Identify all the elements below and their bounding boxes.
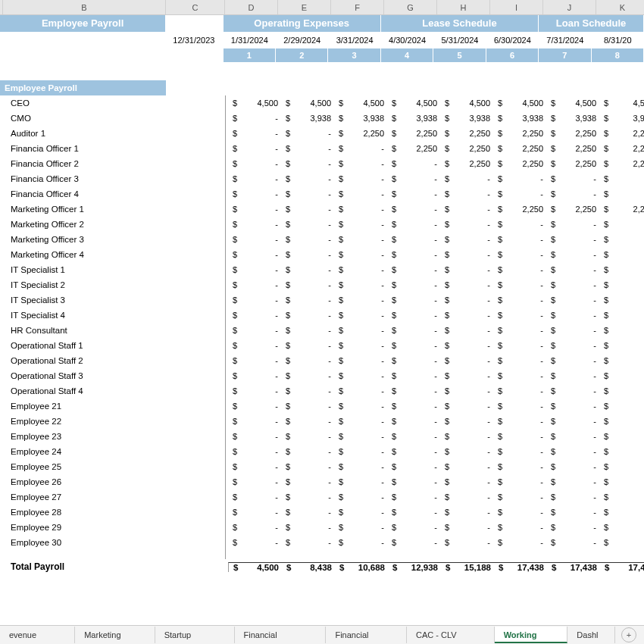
amount-cell[interactable]: $-	[228, 356, 281, 365]
amount-cell[interactable]: $-	[546, 356, 599, 365]
amount-cell[interactable]: $-	[281, 371, 334, 380]
amount-cell[interactable]: $-	[493, 341, 546, 350]
amount-cell[interactable]: $-	[334, 356, 387, 365]
amount-cell[interactable]: $-	[493, 432, 546, 441]
amount-cell[interactable]: $-	[440, 492, 493, 502]
period-cell[interactable]: 5	[433, 48, 486, 62]
amount-cell[interactable]: $4,500	[281, 98, 334, 108]
date-cell[interactable]: 4/30/2024	[381, 32, 433, 48]
amount-cell[interactable]: $-	[599, 447, 644, 456]
amount-cell[interactable]: $-	[228, 144, 281, 153]
date-cell[interactable]: 7/31/2024	[539, 32, 591, 48]
amount-cell[interactable]: $-	[281, 402, 334, 411]
amount-cell[interactable]: $2,250	[493, 205, 546, 214]
amount-cell[interactable]: $-	[228, 386, 281, 395]
amount-cell[interactable]: $3,938	[440, 114, 493, 123]
amount-cell[interactable]: $-	[228, 538, 281, 547]
amount-cell[interactable]: $-	[334, 235, 387, 244]
sheet-tab[interactable]: Financial Statements	[235, 627, 327, 643]
amount-cell[interactable]: $-	[334, 492, 387, 502]
amount-cell[interactable]: $-	[387, 432, 440, 441]
amount-cell[interactable]: $-	[334, 250, 387, 259]
amount-cell[interactable]: $2,250	[546, 205, 599, 214]
add-sheet-button[interactable]: +	[621, 627, 636, 642]
table-row[interactable]: Financia Officer 2$-$-$-$-$2,250$2,250$2…	[0, 156, 644, 171]
amount-cell[interactable]: $3,938	[281, 114, 334, 123]
amount-cell[interactable]: $-	[599, 371, 644, 380]
amount-cell[interactable]: $3,938	[334, 114, 387, 123]
amount-cell[interactable]: $-	[440, 174, 493, 183]
amount-cell[interactable]: $-	[387, 280, 440, 289]
table-row[interactable]: Employee 28$-$-$-$-$-$-$-$-	[0, 505, 644, 520]
amount-cell[interactable]: $-	[546, 386, 599, 395]
amount-cell[interactable]: $-	[387, 492, 440, 502]
amount-cell[interactable]: $2,250	[546, 144, 599, 153]
col-header-i[interactable]: I	[490, 0, 543, 14]
amount-cell[interactable]: $4,500	[493, 98, 546, 108]
amount-cell[interactable]: $4,500	[440, 98, 493, 108]
amount-cell[interactable]: $-	[440, 371, 493, 380]
total-amount-cell[interactable]: $4,500	[229, 563, 282, 572]
period-cell[interactable]: 2	[276, 48, 328, 62]
amount-cell[interactable]: $-	[228, 326, 281, 335]
amount-cell[interactable]: $-	[334, 462, 387, 471]
table-row[interactable]: Employee 26$-$-$-$-$-$-$-$-	[0, 474, 644, 489]
amount-cell[interactable]: $-	[228, 447, 281, 456]
amount-cell[interactable]: $-	[334, 447, 387, 456]
section-tab-loan[interactable]: Loan Schedule	[539, 15, 644, 32]
amount-cell[interactable]: $-	[281, 189, 334, 199]
section-tab-opex[interactable]: Operating Expenses	[224, 15, 381, 32]
sheet-tab[interactable]: Marketing Budget	[75, 627, 155, 643]
amount-cell[interactable]: $-	[228, 174, 281, 183]
amount-cell[interactable]: $-	[440, 295, 493, 305]
amount-cell[interactable]: $-	[599, 250, 644, 259]
amount-cell[interactable]: $-	[228, 235, 281, 244]
amount-cell[interactable]: $2,250	[440, 159, 493, 168]
amount-cell[interactable]: $-	[493, 265, 546, 274]
period-cell[interactable]: 6	[486, 48, 539, 62]
amount-cell[interactable]: $-	[546, 326, 599, 335]
sheet-tab[interactable]: Dashl ...	[567, 627, 615, 643]
sheet-tab[interactable]: Startup Summary	[155, 627, 235, 643]
amount-cell[interactable]: $-	[281, 159, 334, 168]
amount-cell[interactable]: $4,500	[228, 98, 281, 108]
amount-cell[interactable]: $-	[546, 462, 599, 471]
amount-cell[interactable]: $-	[493, 523, 546, 532]
amount-cell[interactable]: $-	[599, 508, 644, 517]
amount-cell[interactable]: $-	[493, 402, 546, 411]
table-row[interactable]: IT Specialist 4$-$-$-$-$-$-$-$-	[0, 308, 644, 323]
amount-cell[interactable]: $-	[599, 538, 644, 547]
amount-cell[interactable]: $-	[387, 356, 440, 365]
amount-cell[interactable]: $-	[228, 417, 281, 426]
amount-cell[interactable]: $-	[599, 356, 644, 365]
amount-cell[interactable]: $-	[228, 508, 281, 517]
col-header-d[interactable]: D	[225, 0, 278, 14]
amount-cell[interactable]: $-	[546, 250, 599, 259]
amount-cell[interactable]: $4,500	[334, 98, 387, 108]
amount-cell[interactable]: $-	[440, 265, 493, 274]
amount-cell[interactable]: $-	[493, 417, 546, 426]
amount-cell[interactable]: $-	[387, 326, 440, 335]
amount-cell[interactable]: $-	[281, 462, 334, 471]
amount-cell[interactable]: $-	[228, 341, 281, 350]
amount-cell[interactable]: $-	[387, 402, 440, 411]
amount-cell[interactable]: $-	[599, 492, 644, 502]
table-row[interactable]: IT Specialist 1$-$-$-$-$-$-$-$-	[0, 262, 644, 277]
amount-cell[interactable]: $-	[493, 371, 546, 380]
amount-cell[interactable]: $-	[493, 295, 546, 305]
table-row[interactable]: Employee 30$-$-$-$-$-$-$-$-	[0, 535, 644, 550]
amount-cell[interactable]: $2,250	[493, 159, 546, 168]
period-cell[interactable]: 7	[539, 48, 591, 62]
col-header-c[interactable]: C	[166, 0, 225, 14]
amount-cell[interactable]: $-	[493, 280, 546, 289]
amount-cell[interactable]: $-	[334, 523, 387, 532]
amount-cell[interactable]: $-	[546, 371, 599, 380]
amount-cell[interactable]: $-	[440, 250, 493, 259]
amount-cell[interactable]: $-	[493, 356, 546, 365]
amount-cell[interactable]: $-	[546, 265, 599, 274]
amount-cell[interactable]: $-	[440, 417, 493, 426]
amount-cell[interactable]: $-	[546, 295, 599, 305]
amount-cell[interactable]: $2,250	[493, 129, 546, 138]
table-row[interactable]: CMO$-$3,938$3,938$3,938$3,938$3,938$3,93…	[0, 111, 644, 126]
amount-cell[interactable]: $-	[228, 295, 281, 305]
